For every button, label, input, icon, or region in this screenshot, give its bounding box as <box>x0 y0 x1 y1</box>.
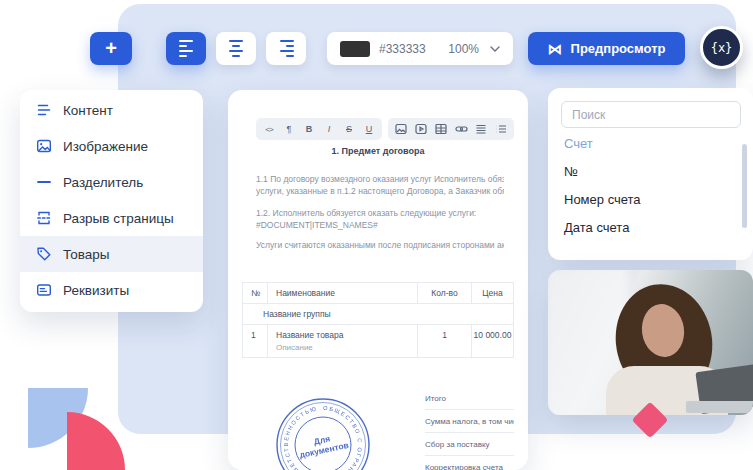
document-paragraph: Услуги считаются оказанными после подпис… <box>256 240 504 250</box>
variables-badge[interactable]: {x} <box>700 26 743 69</box>
sidebar-item-details[interactable]: Реквизиты <box>20 272 203 308</box>
block-menu: Контент Изображение Разделитель <box>20 90 203 312</box>
product-description: Описание <box>276 343 417 352</box>
product-name: Название товара <box>276 330 417 340</box>
editor-toolbar: <> ¶ B I S U <box>256 118 514 140</box>
align-center-icon <box>229 38 244 59</box>
col-header-num: № <box>242 283 268 303</box>
image-icon[interactable] <box>392 121 410 137</box>
photo-laptop-base <box>686 401 753 413</box>
field-item-invoice-number[interactable]: Номер счета <box>564 192 641 207</box>
document-variable: #DOCUMENT|ITEMS_NAMES# <box>256 220 504 230</box>
field-item-invoice-date[interactable]: Дата счета <box>564 220 629 235</box>
fields-scrollbar[interactable] <box>742 144 747 228</box>
align-center-button[interactable] <box>216 32 256 65</box>
code-icon[interactable]: <> <box>260 121 278 137</box>
document-editor-card: <> ¶ B I S U <box>228 90 528 470</box>
preview-label: Предпросмотр <box>571 41 666 56</box>
sidebar-item-content[interactable]: Контент <box>20 92 203 128</box>
page-break-icon <box>36 210 52 226</box>
total-row: Сбор за поставку <box>425 433 514 456</box>
app: + #333333 100% ⋈ Предпросмотр {x} Контен… <box>0 0 753 470</box>
field-item-number-sign[interactable]: № <box>564 164 578 179</box>
underline-icon[interactable]: U <box>360 121 378 137</box>
strikethrough-icon[interactable]: S <box>340 121 358 137</box>
decor-pink-shape <box>67 412 125 470</box>
list-icon[interactable] <box>492 121 510 137</box>
italic-icon[interactable]: I <box>320 121 338 137</box>
details-icon <box>36 282 52 298</box>
sidebar-item-label: Реквизиты <box>63 283 129 298</box>
sidebar-item-label: Разрыв страницы <box>63 211 174 226</box>
sidebar-item-label: Товары <box>63 247 109 262</box>
cell-qty: 1 <box>418 325 472 357</box>
color-picker-control[interactable]: #333333 100% <box>327 32 513 65</box>
content-icon <box>36 102 52 118</box>
cell-num: 1 <box>242 325 268 357</box>
color-swatch[interactable] <box>340 41 370 57</box>
sidebar-item-image[interactable]: Изображение <box>20 128 203 164</box>
document-paragraph: услуги, указанные в п.1.2 настоящего Дог… <box>256 186 504 196</box>
total-row: Итого <box>425 387 514 410</box>
preview-button[interactable]: ⋈ Предпросмотр <box>528 32 685 65</box>
sidebar-item-page-break[interactable]: Разрыв страницы <box>20 200 203 236</box>
align-left-button[interactable] <box>166 32 206 65</box>
totals-list: Итого Сумма налога, в том числе Сбор за … <box>425 387 514 470</box>
image-icon <box>36 138 52 154</box>
field-item-schet[interactable]: Счет <box>564 136 593 151</box>
tag-icon <box>36 246 52 262</box>
table-row: 1 Название товара Описание 1 10 000.00 <box>242 325 514 358</box>
align-right-icon <box>279 38 294 59</box>
sidebar-item-label: Разделитель <box>63 175 143 190</box>
items-table: № Наименование Кол-во Цена Название груп… <box>242 282 514 358</box>
sidebar-item-products[interactable]: Товары <box>20 236 203 272</box>
document-paragraph: 1.1 По договору возмездного оказания усл… <box>256 174 504 184</box>
add-button[interactable]: + <box>90 32 132 65</box>
col-header-qty: Кол-во <box>418 283 472 303</box>
fields-panel: Счет № Номер счета Дата счета <box>548 88 753 260</box>
col-header-price: Цена <box>472 283 514 303</box>
paragraph-icon[interactable]: ¶ <box>280 121 298 137</box>
company-stamp: ОБЩЕСТВО С ОГРАНИЧЕННОЙ ОТВЕТСТВЕННОСТЬЮ… <box>268 390 378 470</box>
color-hex-label: #333333 <box>379 42 426 56</box>
cell-price: 10 000.00 <box>472 325 514 357</box>
preview-icon: ⋈ <box>548 42 562 56</box>
opacity-value: 100% <box>448 42 479 56</box>
photo-woman-laptop <box>548 270 753 415</box>
link-icon[interactable] <box>452 121 470 137</box>
total-row: Сумма налога, в том числе <box>425 410 514 433</box>
table-group-row: Название группы <box>242 304 514 325</box>
total-row: Корректировка счета <box>425 456 514 470</box>
sidebar-item-label: Изображение <box>63 139 148 154</box>
search-input[interactable] <box>561 101 741 128</box>
table-header-row: № Наименование Кол-во Цена <box>242 283 514 304</box>
divider-icon <box>36 174 52 190</box>
text-format-group: <> ¶ B I S U <box>256 118 382 140</box>
col-header-name: Наименование <box>268 283 418 303</box>
insert-group <box>388 118 514 140</box>
bold-icon[interactable]: B <box>300 121 318 137</box>
video-icon[interactable] <box>412 121 430 137</box>
justify-icon[interactable] <box>472 121 490 137</box>
align-left-icon <box>179 38 194 59</box>
chevron-down-icon[interactable] <box>490 46 500 52</box>
table-icon[interactable] <box>432 121 450 137</box>
document-section-heading: 1. Предмет договора <box>228 146 528 156</box>
align-right-button[interactable] <box>266 32 306 65</box>
document-paragraph: 1.2. Исполнитель обязуется оказать следу… <box>256 208 504 218</box>
sidebar-item-divider[interactable]: Разделитель <box>20 164 203 200</box>
sidebar-item-label: Контент <box>63 103 113 118</box>
cell-name: Название товара Описание <box>268 325 418 357</box>
